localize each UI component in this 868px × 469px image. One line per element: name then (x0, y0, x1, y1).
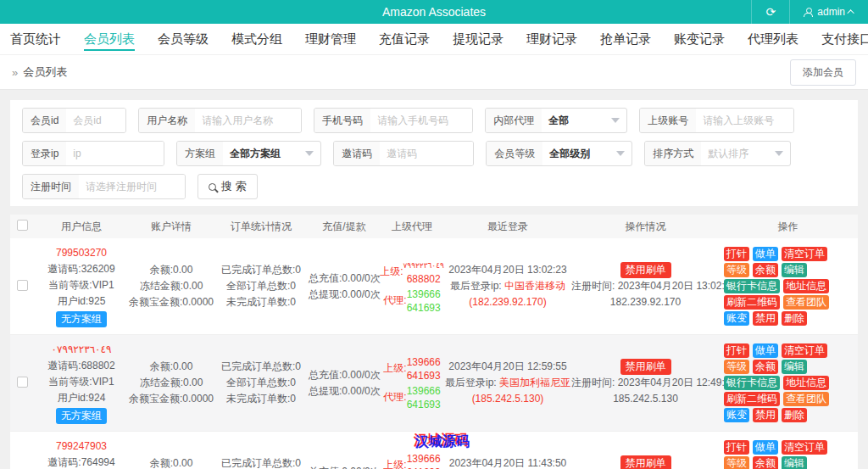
op-button-打针[interactable]: 打针 (724, 440, 749, 455)
filter-group: 会员等级 全部级别 (486, 141, 632, 166)
op-button-清空订单[interactable]: 清空订单 (782, 247, 827, 261)
cell-text: 全部订单总数:0 (214, 375, 309, 391)
op-button-刷新二维码[interactable]: 刷新二维码 (724, 392, 780, 406)
op-button-等级[interactable]: 等级 (724, 263, 749, 277)
op-button-银行卡信息[interactable]: 银行卡信息 (724, 279, 780, 293)
filter-select-内部代理[interactable]: 全部 (542, 109, 626, 132)
filter-input-注册时间[interactable] (79, 175, 185, 198)
op-button-删除[interactable]: 删除 (782, 311, 807, 326)
op-button-编辑[interactable]: 编辑 (782, 263, 807, 277)
op-button-禁用[interactable]: 禁用 (753, 408, 778, 422)
cell-text: 总充值:0.00/0次 (309, 464, 380, 469)
user-menu-label: admin (817, 6, 845, 18)
op-button-删除[interactable]: 删除 (782, 408, 807, 422)
row-checkbox[interactable] (17, 280, 28, 291)
column-header: 操作 (720, 220, 856, 234)
row-operations: 打针做单清空订单等级余额编辑银行卡信息地址信息刷新二维码查看团队账变禁用删除 (720, 343, 856, 423)
nav-tab-首页统计[interactable]: 首页统计 (10, 24, 61, 54)
op-button-打针[interactable]: 打针 (724, 343, 749, 358)
parent-agents: 上级: ٧٩٩٢٢٣٦٠٤٩688802 (380, 259, 444, 286)
nav-tab-支付接口[interactable]: 支付接口 (821, 24, 868, 54)
filter-input-登录ip[interactable] (66, 142, 164, 165)
register-ip: 182.239.92.170 (571, 294, 720, 310)
nav-tab-代理列表[interactable]: 代理列表 (748, 24, 798, 54)
filter-group: 上级账号 (639, 108, 794, 133)
op-button-余额[interactable]: 余额 (753, 360, 778, 374)
filter-group: 注册时间 (22, 174, 186, 199)
user-icon (804, 8, 813, 17)
breadcrumb-arrows: » (12, 66, 18, 79)
username-link[interactable]: 799247903 (34, 438, 129, 455)
filter-input-上级账号[interactable] (696, 109, 793, 132)
filter-input-用户名称[interactable] (195, 109, 301, 132)
op-button-编辑[interactable]: 编辑 (782, 360, 807, 374)
cell-text: 冻结金额:0.00 (129, 375, 214, 391)
refresh-button[interactable]: ⟳ (751, 0, 790, 24)
table-header-row: 用户信息账户详情订单统计情况充值/提款上级代理最近登录操作情况操作 (10, 215, 858, 238)
plan-group-button[interactable]: 无方案组 (56, 408, 107, 424)
op-button-查看团队[interactable]: 查看团队 (783, 295, 829, 310)
breadcrumb-bar: » 会员列表 添加会员 (0, 55, 868, 90)
op-button-做单[interactable]: 做单 (753, 440, 778, 455)
op-button-编辑[interactable]: 编辑 (782, 456, 807, 469)
nav-tab-理财记录[interactable]: 理财记录 (526, 24, 577, 54)
cell-text: 余额:0.00 (129, 455, 214, 469)
op-button-账变[interactable]: 账变 (724, 311, 749, 326)
column-header: 上级代理 (380, 220, 444, 234)
table-row: ٠٧٩٩٢٢٣٦٠٤٩ 邀请码:688802当前等级:VIP1用户id:924 … (10, 335, 858, 432)
search-button[interactable]: 搜 索 (198, 174, 258, 199)
op-button-禁用[interactable]: 禁用 (753, 311, 778, 326)
nav-tab-模式分组[interactable]: 模式分组 (231, 24, 282, 54)
filter-input-手机号码[interactable] (370, 109, 472, 132)
nav-tab-理财管理[interactable]: 理财管理 (305, 24, 356, 54)
nav-tab-账变记录[interactable]: 账变记录 (674, 24, 725, 54)
add-member-button[interactable]: 添加会员 (790, 59, 856, 86)
cell-text: 余额宝金额:0.0000 (129, 391, 214, 407)
filter-select-排序方式[interactable]: 默认排序 (701, 142, 790, 165)
op-button-余额[interactable]: 余额 (753, 456, 778, 469)
op-button-等级[interactable]: 等级 (724, 360, 749, 374)
chevron-down-icon (775, 151, 783, 156)
plan-group-button[interactable]: 无方案组 (56, 311, 107, 327)
nav-tab-会员等级[interactable]: 会员等级 (158, 24, 209, 54)
cell-text: 已完成订单总数:0 (214, 262, 309, 278)
ban-brush-button[interactable]: 禁用刷单 (620, 455, 671, 469)
op-button-地址信息[interactable]: 地址信息 (783, 279, 829, 293)
op-button-余额[interactable]: 余额 (753, 263, 778, 277)
nav-tab-充值记录[interactable]: 充值记录 (379, 24, 430, 54)
filter-label: 方案组 (177, 142, 223, 165)
cell-text: 总充值:0.00/0次 (309, 367, 380, 383)
ban-brush-button[interactable]: 禁用刷单 (620, 262, 671, 278)
filter-select-会员等级[interactable]: 全部级别 (542, 142, 632, 165)
chevron-up-icon (847, 9, 854, 16)
page-title: 会员列表 (23, 64, 67, 80)
nav-tab-抢单记录[interactable]: 抢单记录 (600, 24, 651, 54)
column-header: 最近登录 (444, 220, 571, 234)
op-button-查看团队[interactable]: 查看团队 (783, 392, 829, 406)
op-button-刷新二维码[interactable]: 刷新二维码 (724, 295, 780, 310)
filter-select-方案组[interactable]: 全部方案组 (223, 142, 320, 165)
row-checkbox[interactable] (17, 377, 28, 388)
ban-brush-button[interactable]: 禁用刷单 (620, 359, 671, 375)
op-button-做单[interactable]: 做单 (753, 343, 778, 358)
column-header: 操作情况 (571, 220, 720, 234)
filter-input-邀请码[interactable] (380, 142, 473, 165)
op-button-打针[interactable]: 打针 (724, 247, 749, 261)
op-button-做单[interactable]: 做单 (753, 247, 778, 261)
op-button-清空订单[interactable]: 清空订单 (782, 440, 827, 455)
op-button-账变[interactable]: 账变 (724, 408, 749, 422)
op-button-等级[interactable]: 等级 (724, 456, 749, 469)
filter-input-会员id[interactable] (66, 109, 125, 132)
nav-tab-会员列表[interactable]: 会员列表 (84, 24, 135, 54)
main-nav: 首页统计会员列表会员等级模式分组理财管理充值记录提现记录理财记录抢单记录账变记录… (0, 24, 868, 55)
select-all-checkbox[interactable] (17, 220, 28, 231)
nav-tab-提现记录[interactable]: 提现记录 (453, 24, 504, 54)
user-menu[interactable]: admin (790, 6, 868, 18)
filter-group: 用户名称 (138, 108, 302, 133)
username-link[interactable]: ٠٧٩٩٢٢٣٦٠٤٩ (34, 342, 129, 358)
username-link[interactable]: 799503270 (34, 245, 129, 261)
op-button-清空订单[interactable]: 清空订单 (782, 343, 827, 358)
cell-text: 邀请码:688802 (34, 358, 129, 374)
op-button-地址信息[interactable]: 地址信息 (783, 376, 829, 390)
op-button-银行卡信息[interactable]: 银行卡信息 (724, 376, 780, 390)
